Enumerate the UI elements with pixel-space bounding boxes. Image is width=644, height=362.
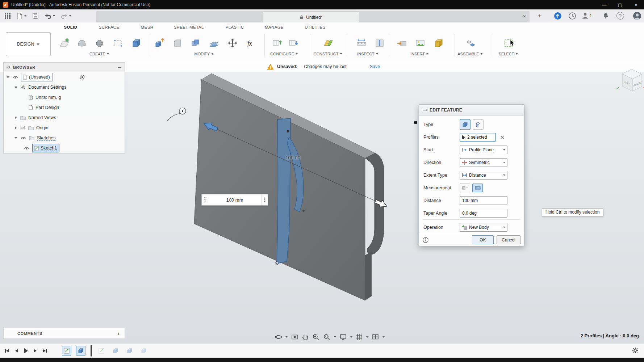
visibility-eye-icon[interactable] <box>21 136 26 140</box>
browser-row-part-design[interactable]: Part Design <box>4 102 125 113</box>
collapse-panel-icon[interactable] <box>7 65 11 69</box>
change-parameters-button[interactable]: fx <box>243 35 259 51</box>
job-status-icon[interactable] <box>554 12 562 20</box>
viewcube[interactable]: LEFT FRONT <box>615 65 644 98</box>
construct-group-label[interactable]: CONSTRUCT <box>313 52 342 56</box>
browser-row-sketch1[interactable]: Sketch1 <box>4 143 125 153</box>
viewports-icon[interactable] <box>372 333 379 341</box>
start-dropdown[interactable]: Profile Plane <box>460 146 507 154</box>
document-tab[interactable]: Untitled* <box>263 11 359 23</box>
select-group-label[interactable]: SELECT <box>499 52 518 56</box>
fit-caret-icon[interactable] <box>334 336 336 338</box>
collapse-icon[interactable] <box>15 116 17 119</box>
assemble-joint-button[interactable] <box>463 35 478 51</box>
minimize-button[interactable]: — <box>596 0 612 9</box>
collapse-icon[interactable] <box>15 126 17 129</box>
browser-row-doc-settings[interactable]: Document Settings <box>4 82 125 92</box>
distance-input[interactable] <box>460 196 507 205</box>
minimize-panel-icon[interactable] <box>118 67 121 68</box>
create-sketch-button[interactable] <box>57 35 72 51</box>
sketch1-node[interactable]: Sketch1 <box>32 144 59 152</box>
profiles-selection-field[interactable]: 2 selected <box>460 133 496 142</box>
distance-value-input[interactable] <box>208 195 262 205</box>
timeline-item-extrude2[interactable] <box>111 346 120 356</box>
orbit-tool-icon[interactable] <box>275 333 282 341</box>
create-form-button[interactable] <box>74 35 89 51</box>
tab-close-button[interactable]: × <box>523 13 526 19</box>
insert-derive-button[interactable] <box>394 35 410 51</box>
expand-icon[interactable] <box>7 76 9 78</box>
app-menu-grid-icon[interactable] <box>3 9 12 22</box>
tab-surface[interactable]: SURFACE <box>99 25 119 29</box>
timeline-item-extrude4[interactable] <box>139 346 149 356</box>
timeline-position-marker[interactable] <box>91 345 92 357</box>
document-node[interactable]: (Unsaved) <box>21 73 53 81</box>
timeline-item-sketch1[interactable] <box>62 346 71 356</box>
operation-dropdown[interactable]: New Body <box>460 223 507 232</box>
tab-sheet-metal[interactable]: SHEET METAL <box>173 25 204 29</box>
insert-group-label[interactable]: INSERT <box>410 52 428 56</box>
modify-group-label[interactable]: MODIFY <box>195 52 214 56</box>
visibility-eye-off-icon[interactable] <box>20 126 25 130</box>
timeline-end-button[interactable] <box>42 348 47 353</box>
pan-tool-icon[interactable] <box>302 333 309 341</box>
create-derive-button[interactable] <box>110 35 126 51</box>
browser-row-document[interactable]: (Unsaved) <box>4 72 125 82</box>
ok-button[interactable]: OK <box>472 235 494 244</box>
configure-table-button[interactable] <box>270 35 285 51</box>
dialog-header[interactable]: EDIT FEATURE <box>419 105 524 116</box>
comments-bar[interactable]: COMMENTS + <box>3 328 125 339</box>
cancel-button[interactable]: Cancel <box>497 235 520 244</box>
press-pull-button[interactable] <box>152 35 167 51</box>
fillet-button[interactable] <box>170 35 185 51</box>
combine-button[interactable] <box>188 35 203 51</box>
tab-solid[interactable]: SOLID <box>64 25 77 29</box>
timeline-settings-gear-icon[interactable] <box>632 347 639 354</box>
close-button[interactable]: × <box>628 0 644 9</box>
timeline-begin-button[interactable] <box>4 348 10 353</box>
configuration-insert-button[interactable] <box>286 35 301 51</box>
tab-manage[interactable]: MANAGE <box>265 25 284 29</box>
redo-button[interactable] <box>59 9 73 22</box>
help-icon[interactable]: ? <box>616 12 624 20</box>
direction-dropdown[interactable]: Symmetric <box>460 158 507 167</box>
clear-selection-icon[interactable] <box>500 135 504 139</box>
create-revolve-button[interactable] <box>92 35 107 51</box>
save-link[interactable]: Save <box>370 64 380 69</box>
browser-row-units[interactable]: Units: mm, g <box>4 92 125 102</box>
configure-group-label[interactable]: CONFIGURE <box>270 52 298 56</box>
timeline-step-forward-button[interactable] <box>33 348 37 353</box>
measurement-half-button[interactable] <box>460 184 470 192</box>
avatar[interactable] <box>633 12 641 20</box>
look-at-tool-icon[interactable] <box>291 333 298 341</box>
grid-settings-icon[interactable] <box>356 333 363 341</box>
zoom-tool-icon[interactable] <box>312 333 320 341</box>
add-comment-button[interactable]: + <box>117 331 120 337</box>
display-settings-icon[interactable] <box>339 333 347 341</box>
timeline-item-extrude3[interactable] <box>125 346 134 356</box>
design-workspace-button[interactable]: DESIGN <box>6 32 51 56</box>
insert-canvas-button[interactable] <box>413 35 428 51</box>
timeline-step-back-button[interactable] <box>14 348 19 353</box>
measure-button[interactable] <box>354 35 369 51</box>
create-box-button[interactable] <box>129 35 144 51</box>
expand-icon[interactable] <box>14 137 17 139</box>
active-component-radio[interactable] <box>80 75 85 80</box>
expand-icon[interactable] <box>14 87 17 88</box>
construct-plane-button[interactable] <box>321 35 336 51</box>
notifications-user-icon[interactable]: 1 <box>582 12 592 19</box>
maximize-button[interactable]: ▢ <box>612 0 628 9</box>
dialog-collapse-icon[interactable] <box>423 110 427 110</box>
visibility-eye-icon[interactable] <box>13 75 18 79</box>
assemble-group-label[interactable]: ASSEMBLE <box>457 52 482 56</box>
browser-row-named-views[interactable]: Named Views <box>4 113 125 123</box>
orbit-caret-icon[interactable] <box>285 336 288 338</box>
create-group-label[interactable]: CREATE <box>89 52 109 56</box>
browser-row-origin[interactable]: Origin <box>4 123 125 133</box>
fit-tool-icon[interactable] <box>323 333 331 341</box>
extent-type-dropdown[interactable]: Distance <box>460 171 507 180</box>
dimension-options-icon[interactable] <box>262 194 268 205</box>
tab-mesh[interactable]: MESH <box>141 25 154 29</box>
type-solid-button[interactable] <box>460 119 471 130</box>
timeline-play-button[interactable] <box>24 348 28 354</box>
